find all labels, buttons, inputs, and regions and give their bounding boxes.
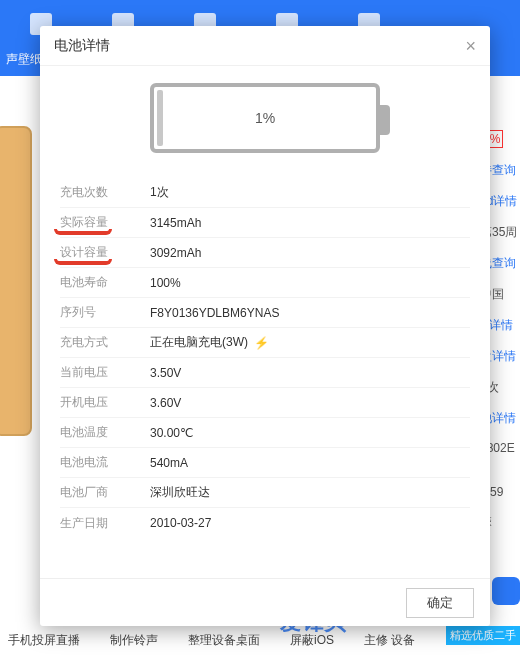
- row-current-voltage: 当前电压 3.50V: [60, 358, 470, 388]
- value-current-voltage: 3.50V: [150, 366, 181, 380]
- label-prod-date: 生产日期: [60, 515, 150, 532]
- label-battery-life: 电池寿命: [60, 274, 150, 291]
- value-manufacturer: 深圳欣旺达: [150, 484, 210, 501]
- label-design-capacity: 设计容量: [60, 244, 150, 261]
- annotation-mark-icon: [54, 229, 112, 235]
- label-boot-voltage: 开机电压: [60, 394, 150, 411]
- bottom-item[interactable]: 主修 设备: [364, 632, 415, 649]
- tab-wallpaper[interactable]: 声壁纸: [6, 52, 42, 66]
- row-actual-capacity: 实际容量 3145mAh: [60, 208, 470, 238]
- row-charge-mode: 充电方式 正在电脑充电(3W) ⚡: [60, 328, 470, 358]
- close-icon[interactable]: ×: [465, 37, 476, 55]
- value-prod-date: 2010-03-27: [150, 516, 211, 530]
- value-current: 540mA: [150, 456, 188, 470]
- row-current: 电池电流 540mA: [60, 448, 470, 478]
- row-temperature: 电池温度 30.00℃: [60, 418, 470, 448]
- bottom-item[interactable]: 制作铃声: [110, 632, 158, 649]
- label-charge-mode: 充电方式: [60, 334, 150, 351]
- battery-percent-text: 1%: [255, 110, 275, 126]
- value-charge-count: 1次: [150, 184, 169, 201]
- value-charge-mode: 正在电脑充电(3W) ⚡: [150, 334, 269, 351]
- detail-rows: 充电次数 1次 实际容量 3145mAh 设计容量 3092mAh 电池寿命 1…: [40, 170, 490, 578]
- label-manufacturer: 电池厂商: [60, 484, 150, 501]
- charging-bolt-icon: ⚡: [254, 336, 269, 350]
- value-serial: F8Y0136YDLBM6YNAS: [150, 306, 279, 320]
- bottom-toolbar: 手机投屏直播 制作铃声 整理设备桌面 屏蔽iOS 主修 设备: [0, 625, 520, 655]
- label-current: 电池电流: [60, 454, 150, 471]
- row-serial: 序列号 F8Y0136YDLBM6YNAS: [60, 298, 470, 328]
- label-temperature: 电池温度: [60, 424, 150, 441]
- value-boot-voltage: 3.60V: [150, 396, 181, 410]
- label-serial: 序列号: [60, 304, 150, 321]
- label-actual-capacity: 实际容量: [60, 214, 150, 231]
- battery-detail-dialog: 电池详情 × 1% 充电次数 1次 实际容量 3145mAh 设计容量 3092…: [40, 26, 490, 626]
- dialog-footer: 确定: [40, 578, 490, 626]
- label-current-voltage: 当前电压: [60, 364, 150, 381]
- dialog-title: 电池详情: [54, 37, 110, 55]
- bottom-item[interactable]: 手机投屏直播: [8, 632, 80, 649]
- row-battery-life: 电池寿命 100%: [60, 268, 470, 298]
- row-design-capacity: 设计容量 3092mAh: [60, 238, 470, 268]
- battery-graphic: 1%: [40, 66, 490, 170]
- label-charge-count: 充电次数: [60, 184, 150, 201]
- value-battery-life: 100%: [150, 276, 181, 290]
- value-actual-capacity: 3145mAh: [150, 216, 201, 230]
- ok-button[interactable]: 确定: [406, 588, 474, 618]
- row-boot-voltage: 开机电压 3.60V: [60, 388, 470, 418]
- row-manufacturer: 电池厂商 深圳欣旺达: [60, 478, 470, 508]
- phone-preview: [0, 126, 32, 436]
- value-temperature: 30.00℃: [150, 426, 193, 440]
- row-charge-count: 充电次数 1次: [60, 178, 470, 208]
- promo-tag: 精选优质二手: [446, 626, 520, 645]
- bottom-item[interactable]: 整理设备桌面: [188, 632, 260, 649]
- dialog-header: 电池详情 ×: [40, 26, 490, 66]
- row-prod-date: 生产日期 2010-03-27: [60, 508, 470, 538]
- value-design-capacity: 3092mAh: [150, 246, 201, 260]
- side-action-button[interactable]: [492, 577, 520, 605]
- annotation-mark-icon: [54, 259, 112, 265]
